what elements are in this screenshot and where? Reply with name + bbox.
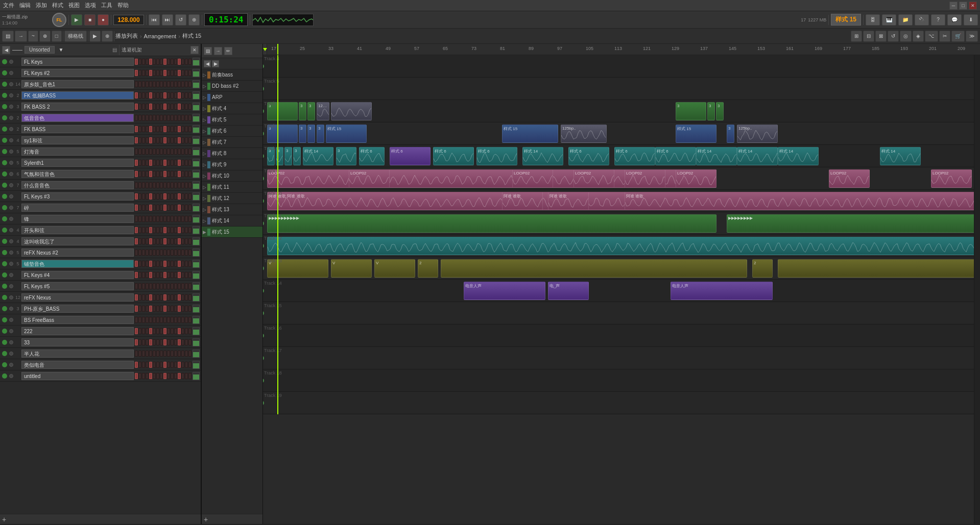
step-pad[interactable] bbox=[185, 328, 188, 334]
step-pad[interactable] bbox=[188, 193, 192, 199]
seq-back-btn[interactable]: ◀ bbox=[204, 60, 211, 67]
channel-solo-btn[interactable] bbox=[9, 172, 13, 176]
step-pad[interactable] bbox=[171, 227, 174, 233]
timeline-clip[interactable]: 样式 15 bbox=[326, 124, 367, 143]
step-pad[interactable] bbox=[153, 205, 156, 211]
step-pad[interactable] bbox=[167, 317, 170, 323]
maximize-button[interactable]: □ bbox=[959, 2, 967, 10]
channel-active-btn[interactable] bbox=[2, 149, 7, 154]
step-pad[interactable] bbox=[167, 249, 170, 256]
step-pad[interactable] bbox=[149, 126, 152, 132]
step-pad[interactable] bbox=[188, 249, 192, 256]
timeline-clip[interactable] bbox=[267, 237, 974, 255]
step-pad[interactable] bbox=[160, 272, 163, 278]
step-pad[interactable] bbox=[178, 339, 181, 345]
step-pad[interactable] bbox=[146, 339, 149, 345]
step-pad[interactable] bbox=[160, 171, 163, 177]
channel-name[interactable]: FK 低频BASS bbox=[21, 91, 134, 99]
pattern-list-item[interactable]: ▷样式 9 bbox=[202, 159, 262, 170]
step-pad[interactable] bbox=[135, 238, 138, 244]
step-pad[interactable] bbox=[146, 160, 149, 166]
step-pad[interactable] bbox=[188, 182, 192, 188]
step-pad[interactable] bbox=[174, 249, 177, 256]
channel-volume[interactable] bbox=[193, 316, 200, 324]
step-pad[interactable] bbox=[174, 126, 177, 132]
step-pad[interactable] bbox=[153, 272, 156, 278]
step-pad[interactable] bbox=[185, 249, 188, 256]
step-pad[interactable] bbox=[185, 70, 188, 76]
step-pad[interactable] bbox=[188, 339, 192, 345]
step-pad[interactable] bbox=[135, 373, 138, 379]
channel-active-btn[interactable] bbox=[2, 104, 7, 109]
step-pad[interactable] bbox=[146, 351, 149, 357]
step-pad[interactable] bbox=[174, 171, 177, 177]
step-pad[interactable] bbox=[181, 261, 184, 267]
channel-solo-btn[interactable] bbox=[9, 138, 13, 142]
timeline-clip[interactable]: 3 bbox=[676, 102, 706, 120]
step-pad[interactable] bbox=[138, 81, 141, 87]
step-pad[interactable] bbox=[149, 171, 152, 177]
pattern-list-item[interactable]: ▷ARP bbox=[202, 92, 262, 103]
step-pad[interactable] bbox=[171, 283, 174, 289]
step-pad[interactable] bbox=[163, 283, 166, 289]
step-pad[interactable] bbox=[160, 104, 163, 110]
step-pad[interactable] bbox=[138, 70, 141, 76]
timeline-clip[interactable]: V bbox=[331, 259, 372, 278]
step-pad[interactable] bbox=[135, 351, 138, 357]
step-pad[interactable] bbox=[181, 160, 184, 166]
timeline-clip[interactable]: 电_声 bbox=[548, 282, 589, 300]
close-button[interactable]: ✕ bbox=[969, 2, 977, 10]
channel-solo-btn[interactable] bbox=[9, 127, 13, 131]
channel-volume[interactable] bbox=[193, 192, 200, 201]
step-pad[interactable] bbox=[146, 328, 149, 334]
channel-solo-btn[interactable] bbox=[9, 105, 13, 109]
step-pad[interactable] bbox=[142, 362, 145, 368]
step-pad[interactable] bbox=[171, 306, 174, 312]
step-pad[interactable] bbox=[138, 59, 141, 65]
channel-name[interactable]: FL Keys #3 bbox=[21, 192, 134, 201]
step-pad[interactable] bbox=[160, 283, 163, 289]
channel-active-btn[interactable] bbox=[2, 351, 7, 356]
channel-name[interactable]: 半人花 bbox=[21, 349, 134, 358]
channel-active-btn[interactable] bbox=[2, 261, 7, 266]
menu-view[interactable]: 视图 bbox=[68, 2, 80, 9]
channel-volume[interactable] bbox=[193, 147, 200, 156]
playlist-track-row[interactable]: Track 15 bbox=[263, 302, 974, 324]
step-pad[interactable] bbox=[149, 137, 152, 143]
tb2-grid-btn[interactable]: ⊞ bbox=[851, 31, 862, 42]
step-pad[interactable] bbox=[188, 272, 192, 278]
step-pad[interactable] bbox=[185, 283, 188, 289]
step-pad[interactable] bbox=[138, 283, 141, 289]
step-pad[interactable] bbox=[142, 339, 145, 345]
playlist-track-row[interactable]: Track 6333125bp..333 bbox=[263, 100, 974, 122]
step-pad[interactable] bbox=[146, 294, 149, 301]
step-pad[interactable] bbox=[135, 182, 138, 188]
step-pad[interactable] bbox=[167, 283, 170, 289]
menu-edit[interactable]: 编辑 bbox=[19, 2, 31, 9]
channel-active-btn[interactable] bbox=[2, 239, 7, 244]
step-pad[interactable] bbox=[149, 351, 152, 357]
playlist-track-row[interactable]: Track 9LOOP02LOOP02LOOP02LOOP02LOOP02LOO… bbox=[263, 167, 974, 190]
channel-volume[interactable] bbox=[193, 170, 200, 178]
step-pad[interactable] bbox=[149, 59, 152, 65]
step-pad[interactable] bbox=[142, 283, 145, 289]
menu-file[interactable]: 文件 bbox=[3, 2, 14, 9]
step-pad[interactable] bbox=[178, 317, 181, 323]
step-pad[interactable] bbox=[181, 148, 184, 155]
step-pad[interactable] bbox=[156, 317, 159, 323]
step-pad[interactable] bbox=[160, 205, 163, 211]
step-pad[interactable] bbox=[142, 216, 145, 222]
step-pad[interactable] bbox=[156, 182, 159, 188]
channel-active-btn[interactable] bbox=[2, 373, 7, 379]
channel-solo-btn[interactable] bbox=[9, 284, 13, 288]
step-pad[interactable] bbox=[135, 362, 138, 368]
step-pad[interactable] bbox=[142, 205, 145, 211]
step-pad[interactable] bbox=[188, 205, 192, 211]
step-pad[interactable] bbox=[188, 59, 192, 65]
step-pad[interactable] bbox=[153, 283, 156, 289]
timeline-clip[interactable]: 3 bbox=[307, 102, 315, 120]
step-pad[interactable] bbox=[163, 249, 166, 256]
step-pad[interactable] bbox=[181, 294, 184, 301]
step-pad[interactable] bbox=[146, 261, 149, 267]
step-pad[interactable] bbox=[181, 205, 184, 211]
